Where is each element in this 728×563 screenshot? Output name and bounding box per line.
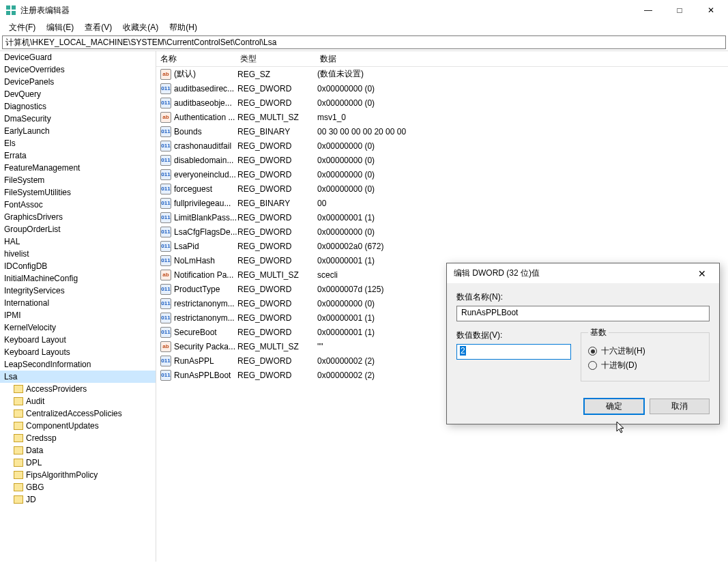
list-row[interactable]: 011LsaPidREG_DWORD0x000002a0 (672) (156, 239, 728, 253)
tree-item[interactable]: GBG (0, 481, 156, 493)
menu-favorites[interactable]: 收藏夹(A) (117, 20, 164, 35)
list-row[interactable]: ab(默认)REG_SZ(数值未设置) (156, 67, 728, 81)
tree-item[interactable]: CentralizedAccessPolicies (0, 407, 156, 420)
tree-item[interactable]: DevQuery (0, 88, 156, 100)
binary-value-icon: 011 (160, 155, 171, 166)
list-row[interactable]: abAuthentication ...REG_MULTI_SZmsv1_0 (156, 110, 728, 124)
value-type: REG_DWORD (237, 184, 317, 194)
menu-view[interactable]: 查看(V) (79, 20, 117, 35)
tree-item[interactable]: GraphicsDrivers (0, 211, 156, 223)
tree-item[interactable]: GroupOrderList (0, 223, 156, 235)
binary-value-icon: 011 (160, 327, 171, 338)
tree-item-label: GBG (26, 482, 44, 492)
radio-hex-row[interactable]: 十六进制(H) (588, 345, 702, 357)
tree-item[interactable]: DeviceOverrides (0, 63, 156, 76)
tree-item[interactable]: JD (0, 493, 156, 506)
value-name: RunAsPPL (174, 356, 237, 366)
value-type: REG_DWORD (237, 213, 317, 222)
tree-item-label: FipsAlgorithmPolicy (26, 470, 98, 480)
tree-item[interactable]: Errata (0, 149, 156, 162)
value-type: REG_DWORD (237, 84, 317, 93)
list-row[interactable]: 011auditbaseobje...REG_DWORD0x00000000 (… (156, 96, 728, 110)
tree-item[interactable]: Audit (0, 395, 156, 407)
value-type: REG_DWORD (237, 170, 317, 179)
tree-item[interactable]: Keyboard Layout (0, 334, 156, 346)
tree-item[interactable]: DeviceGuard (0, 51, 156, 63)
tree-item[interactable]: Credssp (0, 432, 156, 444)
list-row[interactable]: 011LsaCfgFlagsDe...REG_DWORD0x00000000 (… (156, 225, 728, 239)
tree-item[interactable]: FipsAlgorithmPolicy (0, 469, 156, 481)
tree-item[interactable]: InitialMachineConfig (0, 272, 156, 285)
col-type[interactable]: 类型 (236, 51, 316, 67)
tree-item[interactable]: IntegrityServices (0, 285, 156, 297)
key-tree[interactable]: DeviceGuardDeviceOverridesDevicePanelsDe… (0, 51, 156, 562)
tree-item-label: DeviceGuard (4, 53, 52, 62)
ok-button[interactable]: 确定 (584, 399, 644, 414)
list-row[interactable]: 011forceguestREG_DWORD0x00000000 (0) (156, 182, 728, 196)
list-row[interactable]: 011BoundsREG_BINARY00 30 00 00 00 20 00 … (156, 124, 728, 139)
tree-item[interactable]: DevicePanels (0, 76, 156, 88)
value-name: disabledomain... (174, 156, 237, 165)
tree-item[interactable]: FontAssoc (0, 199, 156, 211)
value-name: restrictanonym... (174, 313, 237, 323)
binary-value-icon: 011 (160, 169, 171, 180)
cancel-button[interactable]: 取消 (650, 399, 710, 414)
list-row[interactable]: 011disabledomain...REG_DWORD0x00000000 (… (156, 153, 728, 167)
binary-value-icon: 011 (160, 370, 171, 381)
list-row[interactable]: 011crashonauditfailREG_DWORD0x00000000 (… (156, 139, 728, 153)
tree-item[interactable]: Els (0, 137, 156, 149)
maximize-button[interactable]: □ (664, 0, 695, 20)
value-type: REG_DWORD (237, 299, 317, 308)
tree-item[interactable]: FeatureManagement (0, 162, 156, 174)
list-row[interactable]: 011LimitBlankPass...REG_DWORD0x00000001 … (156, 210, 728, 225)
col-data[interactable]: 数据 (316, 51, 728, 67)
list-header: 名称 类型 数据 (156, 51, 728, 67)
binary-value-icon: 011 (160, 98, 171, 109)
value-data: 00 30 00 00 00 20 00 00 (317, 127, 728, 136)
value-type: REG_BINARY (237, 127, 317, 136)
tree-item[interactable]: IPMI (0, 309, 156, 321)
menu-edit[interactable]: 编辑(E) (41, 20, 79, 35)
tree-item[interactable]: DmaSecurity (0, 113, 156, 125)
radio-dec-row[interactable]: 十进制(D) (588, 360, 702, 371)
list-row[interactable]: 011everyoneinclud...REG_DWORD0x00000000 … (156, 167, 728, 182)
address-bar[interactable]: 计算机\HKEY_LOCAL_MACHINE\SYSTEM\CurrentCon… (2, 35, 726, 49)
value-data: 0x00000000 (0) (317, 184, 728, 194)
radio-hex[interactable] (588, 347, 597, 356)
tree-item[interactable]: FileSystemUtilities (0, 186, 156, 199)
tree-item[interactable]: FileSystem (0, 174, 156, 186)
dialog-close-button[interactable]: ✕ (692, 268, 712, 279)
value-data-input[interactable]: 2 (456, 344, 571, 360)
tree-item-label: hivelist (4, 249, 29, 259)
tree-item-label: FontAssoc (4, 200, 43, 210)
list-row[interactable]: 011auditbasedirec...REG_DWORD0x00000000 … (156, 81, 728, 96)
tree-item[interactable]: LeapSecondInformation (0, 358, 156, 371)
tree-item[interactable]: Keyboard Layouts (0, 346, 156, 358)
menu-file[interactable]: 文件(F) (3, 20, 41, 35)
value-name: auditbaseobje... (174, 98, 237, 108)
tree-item[interactable]: HAL (0, 235, 156, 248)
minimize-button[interactable]: — (632, 0, 664, 20)
col-name[interactable]: 名称 (156, 51, 236, 67)
tree-item[interactable]: Diagnostics (0, 100, 156, 113)
value-data-label: 数值数据(V): (456, 330, 571, 341)
value-type: REG_MULTI_SZ (237, 113, 317, 122)
app-icon (5, 5, 16, 16)
menu-help[interactable]: 帮助(H) (164, 20, 203, 35)
tree-item[interactable]: International (0, 297, 156, 309)
tree-item[interactable]: KernelVelocity (0, 321, 156, 334)
value-name-input[interactable]: RunAsPPLBoot (456, 306, 710, 321)
radio-dec[interactable] (588, 361, 597, 370)
tree-item[interactable]: AccessProviders (0, 383, 156, 395)
tree-item[interactable]: Data (0, 444, 156, 457)
tree-item[interactable]: IDConfigDB (0, 260, 156, 272)
tree-item[interactable]: Lsa (0, 371, 156, 383)
tree-item[interactable]: ComponentUpdates (0, 420, 156, 432)
tree-item[interactable]: hivelist (0, 248, 156, 260)
tree-item[interactable]: DPL (0, 457, 156, 469)
binary-value-icon: 011 (160, 212, 171, 223)
tree-item[interactable]: EarlyLaunch (0, 125, 156, 137)
radio-dec-label: 十进制(D) (601, 360, 637, 371)
close-button[interactable]: ✕ (695, 0, 727, 20)
list-row[interactable]: 011fullprivilegeau...REG_BINARY00 (156, 196, 728, 210)
